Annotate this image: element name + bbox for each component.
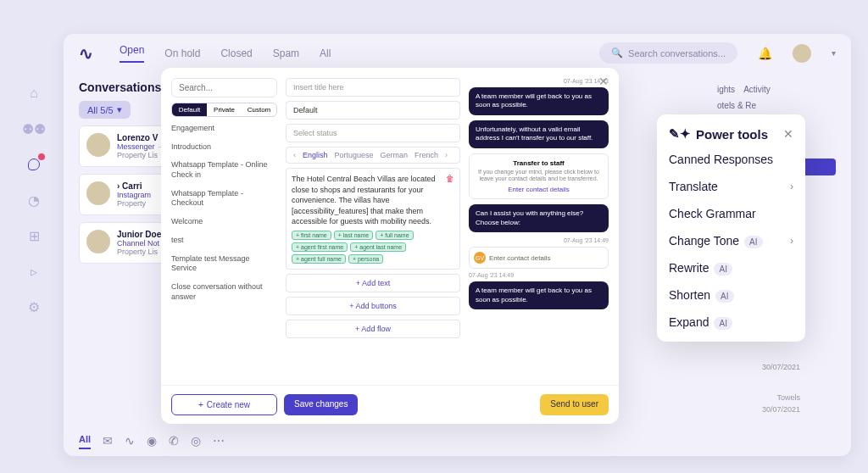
power-tool-label: Shorten	[669, 288, 710, 302]
default-select[interactable]: Default	[286, 101, 460, 120]
chat-icon[interactable]	[25, 156, 42, 173]
segment-private[interactable]: Private	[207, 103, 242, 116]
lang-german[interactable]: German	[381, 151, 409, 159]
tab-insights[interactable]: ights	[717, 85, 735, 94]
settings-icon[interactable]: ⚙	[25, 298, 42, 315]
template-item[interactable]: Whatsapp Template - Checkout	[171, 189, 277, 209]
power-tool-item[interactable]: Translate›	[669, 179, 793, 194]
power-tool-label: Expand	[669, 315, 709, 329]
bell-icon[interactable]: 🔔	[758, 47, 772, 60]
template-sidebar: Default Private Custom EngagementIntrodu…	[171, 78, 277, 375]
save-changes-button[interactable]: Save changes	[284, 394, 358, 415]
tab-open[interactable]: Open	[120, 44, 144, 63]
variable-tag[interactable]: + agent last name	[350, 242, 406, 252]
trash-icon[interactable]: 🗑	[446, 174, 454, 183]
bot-message: Unfortunately, without a valid email add…	[469, 120, 609, 148]
ai-badge: AI	[715, 290, 733, 303]
segment-default[interactable]: Default	[172, 103, 207, 116]
power-tool-item[interactable]: Check Grammar	[669, 206, 793, 221]
instagram-icon[interactable]: ◎	[191, 434, 201, 449]
home-icon[interactable]: ⌂	[25, 85, 42, 102]
chevron-down-icon[interactable]: ▾	[832, 48, 836, 58]
user-avatar[interactable]	[793, 44, 811, 63]
add-buttons-button[interactable]: + Add buttons	[286, 297, 460, 315]
body-text: The Hotel Central Beach Villas are locat…	[292, 174, 454, 227]
logo-icon: ∿	[79, 43, 99, 64]
search-placeholder: Search conversations...	[628, 48, 726, 58]
ai-badge: AI	[744, 236, 762, 248]
close-icon[interactable]: ✕	[783, 127, 793, 141]
tab-onhold[interactable]: On hold	[164, 47, 200, 59]
template-item[interactable]: Welcome	[171, 217, 277, 227]
variable-tag[interactable]: + full name	[376, 231, 413, 240]
template-item[interactable]: Introduction	[171, 142, 277, 153]
search-input[interactable]: 🔍 Search conversations...	[599, 42, 737, 64]
chat-input-preview: GV Enter contact details	[469, 247, 609, 269]
template-editor: Insert title here Default Select status …	[286, 78, 460, 375]
variable-tag[interactable]: + persona	[348, 254, 383, 264]
wand-icon: ✎✦	[669, 126, 691, 142]
ai-badge: AI	[714, 263, 732, 275]
template-item[interactable]: Engagement	[171, 124, 277, 134]
channel-tab-all[interactable]: All	[79, 434, 91, 449]
chat-preview: 07-Aug '23 14:43 A team member will get …	[469, 78, 609, 375]
template-item[interactable]: Template test Message Service	[171, 254, 277, 274]
power-tool-item[interactable]: ExpandAI	[669, 314, 793, 330]
lang-portuguese[interactable]: Portuguese	[335, 151, 374, 159]
variable-tag[interactable]: + agent first name	[292, 242, 348, 252]
power-tool-label: Change Tone	[669, 234, 739, 248]
template-item[interactable]: test	[171, 236, 277, 246]
loop-icon[interactable]: ∿	[125, 434, 135, 449]
template-item[interactable]: Close conversation without answer	[171, 282, 277, 302]
tab-spam[interactable]: Spam	[273, 47, 299, 59]
modal-footer: +Create new Save changes Send to user	[161, 385, 619, 424]
ai-badge: AI	[714, 317, 732, 330]
search-icon: 🔍	[611, 47, 623, 58]
tab-all[interactable]: All	[320, 47, 331, 59]
status-select[interactable]: Select status	[286, 124, 460, 142]
messenger-icon[interactable]: ◉	[147, 434, 157, 449]
lang-english[interactable]: English	[303, 151, 328, 159]
add-flow-button[interactable]: + Add flow	[286, 320, 460, 338]
power-tool-item[interactable]: RewriteAI	[669, 260, 793, 275]
tab-activity[interactable]: Activity	[743, 85, 771, 94]
send-to-user-button[interactable]: Send to user	[540, 394, 609, 415]
megaphone-icon[interactable]: ▹	[25, 263, 42, 280]
chart-icon[interactable]: ◔	[25, 192, 42, 209]
more-icon[interactable]: ⋯	[213, 434, 225, 449]
power-tool-label: Check Grammar	[669, 207, 756, 220]
side-nav: ⌂ ⚉⚉ ◔ ⊞ ▹ ⚙	[25, 85, 42, 315]
lang-french[interactable]: French	[415, 151, 438, 159]
card-link[interactable]: Enter contact details	[475, 186, 603, 193]
bot-message: Can I assist you with anything else? Cho…	[469, 204, 609, 232]
close-icon[interactable]: ✕	[598, 75, 609, 88]
variable-tag[interactable]: + last name	[334, 231, 373, 240]
filter-all[interactable]: All 5/5 ▾	[79, 101, 131, 119]
chevron-right-icon: ›	[790, 235, 793, 247]
power-tool-label: Canned Responses	[669, 153, 773, 166]
tab-closed[interactable]: Closed	[220, 47, 252, 59]
whatsapp-icon[interactable]: ✆	[169, 434, 179, 449]
card-subtitle: If you change your mind, please click be…	[475, 169, 603, 183]
date-column: 30/07/2021 Towels 30/07/2021	[762, 363, 800, 414]
segment-custom[interactable]: Custom	[242, 103, 276, 116]
power-tool-item[interactable]: Change ToneAI›	[669, 233, 793, 248]
input-placeholder: Enter contact details	[489, 254, 550, 262]
power-tool-label: Translate	[669, 180, 718, 193]
template-scope-segment[interactable]: Default Private Custom	[171, 103, 277, 117]
variable-tag[interactable]: + agent full name	[292, 254, 346, 264]
flows-icon[interactable]: ⊞	[25, 227, 42, 244]
power-tool-item[interactable]: Canned Responses	[669, 152, 793, 167]
variable-tag[interactable]: + first name	[292, 231, 331, 240]
bot-message: A team member will get back to you as so…	[469, 281, 609, 309]
power-tool-item[interactable]: ShortenAI	[669, 287, 793, 303]
add-text-button[interactable]: + Add text	[286, 274, 460, 292]
title-input[interactable]: Insert title here	[286, 78, 460, 97]
body-textarea[interactable]: 🗑 The Hotel Central Beach Villas are loc…	[286, 168, 460, 270]
template-search-input[interactable]	[171, 78, 277, 97]
template-item[interactable]: Whatsapp Template - Online Check in	[171, 160, 277, 180]
email-icon[interactable]: ✉	[103, 434, 113, 449]
create-new-button[interactable]: +Create new	[171, 394, 277, 415]
top-bar: ∿ Open On hold Closed Spam All 🔍 Search …	[64, 34, 851, 72]
users-icon[interactable]: ⚉⚉	[25, 120, 42, 137]
